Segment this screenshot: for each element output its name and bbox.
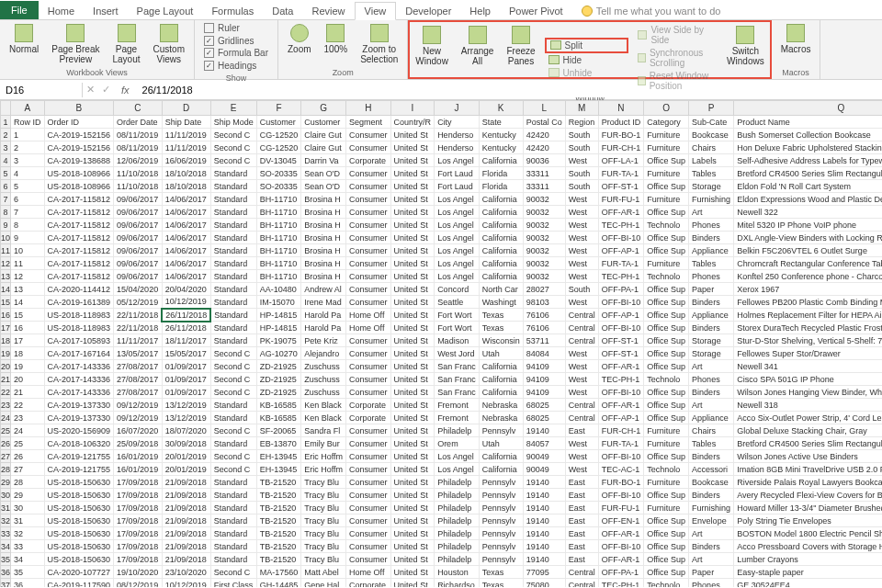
cell[interactable]: 90049 bbox=[523, 450, 565, 463]
cell[interactable]: South bbox=[565, 167, 598, 180]
cell[interactable]: Art bbox=[689, 527, 734, 540]
cell[interactable]: Second C bbox=[210, 463, 256, 476]
cell[interactable]: Matt Abel bbox=[301, 566, 346, 579]
cell[interactable]: 09/06/2017 bbox=[114, 219, 163, 232]
cell[interactable]: Harold Pa bbox=[301, 309, 346, 322]
cell[interactable]: Standard bbox=[210, 219, 256, 232]
cell[interactable]: Holmes Replacement Filter for HEPA Air C… bbox=[734, 309, 882, 322]
cell[interactable]: 22 bbox=[11, 399, 45, 412]
cell[interactable]: Standard bbox=[210, 180, 256, 193]
cell[interactable]: Furniture bbox=[644, 502, 689, 514]
cell[interactable]: 14/06/2017 bbox=[162, 244, 210, 257]
cell[interactable]: 22/11/2018 bbox=[114, 309, 163, 322]
cell[interactable]: 09/06/2017 bbox=[114, 193, 163, 206]
cell[interactable]: Second C bbox=[210, 373, 256, 386]
cell[interactable]: United St bbox=[390, 322, 435, 334]
cell[interactable]: Envelope bbox=[689, 514, 734, 527]
cell[interactable]: OFF-AR-1 bbox=[598, 527, 644, 540]
col-header-I[interactable]: I bbox=[390, 101, 435, 116]
chk-gridlines[interactable]: Gridlines bbox=[200, 35, 272, 47]
cell[interactable]: 11/11/2019 bbox=[162, 141, 210, 154]
cell[interactable]: Binders bbox=[689, 322, 734, 334]
cell[interactable]: Texas bbox=[479, 309, 523, 322]
cell[interactable]: 10 bbox=[11, 244, 45, 257]
cell[interactable]: 42420 bbox=[523, 129, 565, 141]
cell[interactable]: Howard Miller 13-3/4" Diameter Brushed C… bbox=[734, 502, 882, 514]
header-cell[interactable]: Region bbox=[565, 116, 598, 129]
cell[interactable]: Appliance bbox=[689, 244, 734, 257]
cell[interactable]: 31 bbox=[11, 514, 45, 527]
cell[interactable]: 34 bbox=[11, 553, 45, 566]
row-header[interactable]: 28 bbox=[1, 463, 11, 476]
cell[interactable]: United St bbox=[390, 579, 435, 588]
cell[interactable]: West bbox=[565, 219, 598, 232]
cell[interactable]: 21/09/2018 bbox=[162, 540, 210, 553]
cell[interactable]: East bbox=[565, 514, 598, 527]
cell[interactable]: EB-13870 bbox=[256, 437, 301, 450]
cell[interactable]: 18/10/2018 bbox=[162, 167, 210, 180]
cell[interactable]: Appliance bbox=[689, 309, 734, 322]
cell[interactable]: West bbox=[565, 270, 598, 283]
cell[interactable]: East bbox=[565, 502, 598, 514]
cell[interactable]: OFF-PA-1 bbox=[598, 283, 644, 296]
cell[interactable]: San Franc bbox=[435, 386, 480, 399]
cell[interactable]: United St bbox=[390, 154, 435, 167]
cell[interactable]: Standard bbox=[210, 553, 256, 566]
cell[interactable]: Claire Gut bbox=[301, 141, 346, 154]
cell[interactable]: Easy-staple paper bbox=[734, 566, 882, 579]
cell[interactable]: Central bbox=[565, 412, 598, 424]
cell[interactable]: OFF-BI-10 bbox=[598, 450, 644, 463]
cell[interactable]: Ken Black bbox=[301, 412, 346, 424]
cell[interactable]: Office Sup bbox=[644, 154, 689, 167]
chk-headings[interactable]: Headings bbox=[200, 60, 272, 72]
col-header-C[interactable]: C bbox=[114, 101, 163, 116]
cell[interactable]: 21/09/2018 bbox=[162, 527, 210, 540]
cell[interactable]: Central bbox=[565, 399, 598, 412]
col-header-F[interactable]: F bbox=[256, 101, 301, 116]
cell[interactable]: Fort Laud bbox=[435, 167, 480, 180]
cell[interactable]: United St bbox=[390, 244, 435, 257]
cell[interactable]: Storex DuraTech Recycled Plastic Frosted… bbox=[734, 322, 882, 334]
cell[interactable]: Consumer bbox=[346, 206, 391, 219]
cell[interactable]: 14/06/2017 bbox=[162, 257, 210, 270]
cell[interactable]: Second C bbox=[210, 141, 256, 154]
col-header-P[interactable]: P bbox=[689, 101, 734, 116]
chk-formulabar[interactable]: Formula Bar bbox=[200, 47, 272, 59]
cell[interactable]: Consumer bbox=[346, 386, 391, 399]
cell[interactable]: OFF-BI-10 bbox=[598, 232, 644, 244]
cell[interactable]: 16/01/2019 bbox=[114, 450, 163, 463]
btn-sync-scroll[interactable]: Synchronous Scrolling bbox=[634, 47, 718, 69]
cell[interactable]: West bbox=[565, 347, 598, 360]
tab-home[interactable]: Home bbox=[39, 3, 84, 19]
cell[interactable]: Art bbox=[689, 399, 734, 412]
cell[interactable]: 90032 bbox=[523, 257, 565, 270]
cell[interactable]: 9 bbox=[11, 232, 45, 244]
cell[interactable]: Bookcase bbox=[689, 129, 734, 141]
col-header-B[interactable]: B bbox=[44, 101, 114, 116]
cell[interactable]: Consumer bbox=[346, 180, 391, 193]
cell[interactable]: Fellowes PB200 Plastic Comb Binding Mach… bbox=[734, 296, 882, 309]
cell[interactable]: ZD-21925 bbox=[256, 373, 301, 386]
cell[interactable]: TB-21520 bbox=[256, 540, 301, 553]
cell[interactable]: US-2018-108966 bbox=[44, 180, 114, 193]
cell[interactable]: Office Sup bbox=[644, 450, 689, 463]
header-cell[interactable]: Sub-Cate bbox=[689, 116, 734, 129]
cell[interactable]: Furniture bbox=[644, 193, 689, 206]
row-header[interactable]: 20 bbox=[1, 360, 11, 373]
cell[interactable]: 21/09/2018 bbox=[162, 553, 210, 566]
cell[interactable]: CA-2019-137330 bbox=[44, 412, 114, 424]
cell[interactable]: 17/09/2018 bbox=[114, 514, 163, 527]
cell[interactable]: CA-2020-107727 bbox=[44, 566, 114, 579]
cell[interactable]: Tables bbox=[689, 257, 734, 270]
cell[interactable]: Newell 322 bbox=[734, 206, 882, 219]
cell[interactable]: OFF-ST-1 bbox=[598, 334, 644, 347]
cell[interactable]: Second C bbox=[210, 154, 256, 167]
cell[interactable]: US-2018-118983 bbox=[44, 322, 114, 334]
cell[interactable]: FUR-BO-1 bbox=[598, 129, 644, 141]
cell[interactable]: Hon Deluxe Fabric Upholstered Stacking C… bbox=[734, 141, 882, 154]
cell[interactable]: Eric Hoffm bbox=[301, 450, 346, 463]
cell[interactable]: Standard bbox=[210, 309, 256, 322]
btn-normal-view[interactable]: Normal bbox=[6, 22, 42, 66]
cell[interactable]: 68025 bbox=[523, 399, 565, 412]
cell[interactable]: TEC-PH-1 bbox=[598, 219, 644, 232]
